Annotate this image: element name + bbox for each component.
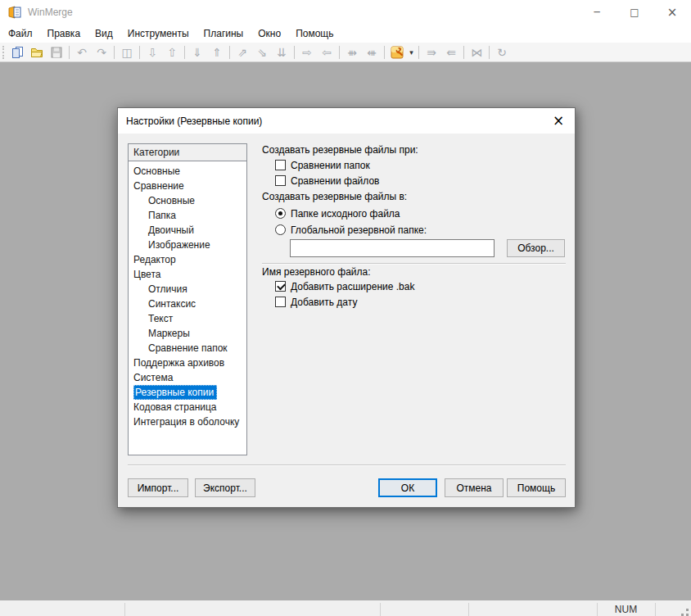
resize-grip-icon[interactable] [679, 609, 689, 616]
toolbar: ↶ ↷ ◫ ⇩ ⇧ ⇓ ⇑ ⇗ ⇘ ⇊ ⇨ ⇦ ⇻ ⇺ ▾ ⇛ ⇚ ⋈ [0, 43, 691, 62]
buttons-divider [128, 464, 566, 466]
toolbar-separator [114, 46, 115, 59]
save-icon[interactable] [47, 43, 66, 61]
category-item[interactable]: Система [129, 370, 246, 385]
statusbar: NUM [0, 600, 691, 616]
copy-left-advance-icon[interactable]: ⇺ [362, 43, 382, 61]
next-conflict-icon[interactable]: ⇓ [187, 43, 207, 61]
copy-all-left-icon[interactable]: ⇚ [441, 43, 461, 61]
menu-plugins[interactable]: Плагины [196, 25, 251, 43]
toolbar-separator [463, 46, 464, 59]
category-item[interactable]: Текст [129, 311, 246, 326]
category-item[interactable]: Синтаксис [129, 297, 246, 311]
import-button[interactable]: Импорт... [128, 478, 188, 497]
backup-when-label: Создавать резервные файлы при: [262, 144, 418, 156]
toolbar-separator [384, 46, 385, 59]
menu-help[interactable]: Помощь [288, 25, 341, 43]
category-item[interactable]: Кодовая страница [129, 400, 246, 414]
copy-left-icon[interactable]: ⇦ [317, 43, 336, 61]
refresh-icon[interactable]: ↻ [492, 43, 512, 61]
maximize-icon[interactable]: □ [616, 0, 653, 25]
prev-conflict-icon[interactable]: ⇑ [207, 43, 227, 61]
menu-view[interactable]: Вид [88, 25, 120, 43]
category-item[interactable]: Цвета [129, 267, 246, 282]
browse-button[interactable]: Обзор... [507, 239, 565, 257]
minimize-icon[interactable]: ─ [578, 0, 616, 25]
checkbox-icon [275, 297, 286, 307]
section-divider [262, 263, 566, 265]
help-button[interactable]: Помощь [507, 478, 566, 497]
dialog-close-icon[interactable]: × [546, 108, 571, 134]
radio-global-folder[interactable]: Глобальной резервной папке: [275, 223, 427, 237]
radio-icon [275, 224, 286, 235]
options-dialog: Настройки (Резервные копии) × Категории … [117, 107, 576, 508]
category-item[interactable]: Двоичный [129, 223, 246, 238]
toolbar-separator [489, 46, 490, 59]
statusbar-divider [124, 603, 125, 616]
category-item[interactable]: Редактор [129, 252, 246, 267]
toolbar-separator [139, 46, 140, 59]
menu-edit[interactable]: Правка [40, 25, 88, 43]
categories-header: Категории [128, 143, 247, 161]
backup-folder-input[interactable] [290, 239, 495, 257]
checkbox-append-date[interactable]: Добавить дату [275, 295, 357, 309]
toolbar-separator [339, 46, 340, 59]
toolbar-separator [184, 46, 185, 59]
toolbar-separator [418, 46, 419, 59]
radio-original-folder[interactable]: Папке исходного файла [275, 206, 400, 220]
toolbar-separator [69, 46, 70, 59]
copy-right-advance-icon[interactable]: ⇻ [342, 43, 362, 61]
category-item[interactable]: Основные [129, 164, 246, 179]
first-diff-icon[interactable]: ⇗ [233, 43, 252, 61]
category-item[interactable]: Поддержка архивов [129, 356, 246, 370]
category-item[interactable]: Основные [129, 193, 246, 208]
export-button[interactable]: Экспорт... [195, 478, 255, 497]
current-diff-icon[interactable]: ⇘ [252, 43, 272, 61]
checkbox-file-compare[interactable]: Сравнении файлов [275, 174, 380, 188]
split-view-icon[interactable]: ◫ [117, 43, 137, 61]
undo-icon[interactable]: ↶ [72, 43, 92, 61]
redo-icon[interactable]: ↷ [92, 43, 111, 61]
last-diff-icon[interactable]: ⇊ [272, 43, 291, 61]
window-title: WinMerge [28, 7, 73, 18]
menu-tools[interactable]: Инструменты [120, 25, 196, 43]
copy-right-icon[interactable]: ⇨ [297, 43, 317, 61]
new-file-icon[interactable] [7, 43, 27, 61]
checkbox-append-bak[interactable]: Добавить расширение .bak [275, 279, 414, 293]
category-item[interactable]: Отличия [129, 282, 246, 297]
options-dropdown-icon[interactable]: ▾ [407, 43, 416, 61]
next-diff-icon[interactable]: ⇩ [142, 43, 162, 61]
category-item[interactable]: Изображение [129, 238, 246, 252]
window-controls: ─ □ × [578, 0, 691, 25]
checkbox-folder-compare[interactable]: Сравнении папок [275, 158, 370, 172]
copy-all-right-icon[interactable]: ⇛ [422, 43, 441, 61]
category-item[interactable]: Интеграция в оболочку [129, 414, 246, 429]
category-item[interactable]: Сравнение [129, 179, 246, 193]
menu-window[interactable]: Окно [251, 25, 288, 43]
menu-file[interactable]: Файл [1, 25, 40, 43]
category-item[interactable]: Папка [129, 208, 246, 223]
checkbox-icon [275, 175, 286, 186]
statusbar-divider [380, 603, 381, 616]
statusbar-divider [655, 603, 656, 616]
cancel-button[interactable]: Отмена [445, 478, 504, 497]
titlebar: WinMerge ─ □ × [0, 0, 691, 25]
dialog-title: Настройки (Резервные копии) [126, 116, 262, 127]
backup-where-label: Создавать резервные файлы в: [262, 191, 407, 202]
num-lock-indicator: NUM [597, 604, 655, 615]
category-item[interactable]: Сравнение папок [129, 341, 246, 356]
ok-button[interactable]: ОК [378, 478, 437, 497]
close-icon[interactable]: × [653, 0, 691, 25]
winmerge-app-icon [7, 5, 22, 20]
backup-name-label: Имя резервного файла: [262, 266, 371, 278]
category-item[interactable]: Маркеры [129, 326, 246, 341]
dialog-titlebar: Настройки (Резервные копии) × [118, 108, 575, 134]
open-folder-icon[interactable] [27, 43, 47, 61]
toolbar-grip-icon[interactable] [2, 46, 5, 59]
checkbox-icon [275, 160, 286, 170]
menubar: Файл Правка Вид Инструменты Плагины Окно… [0, 25, 691, 43]
options-wrench-icon[interactable] [387, 43, 407, 61]
prev-diff-icon[interactable]: ⇧ [162, 43, 182, 61]
category-item-selected[interactable]: Резервные копии [133, 385, 217, 400]
auto-merge-icon[interactable]: ⋈ [467, 43, 486, 61]
